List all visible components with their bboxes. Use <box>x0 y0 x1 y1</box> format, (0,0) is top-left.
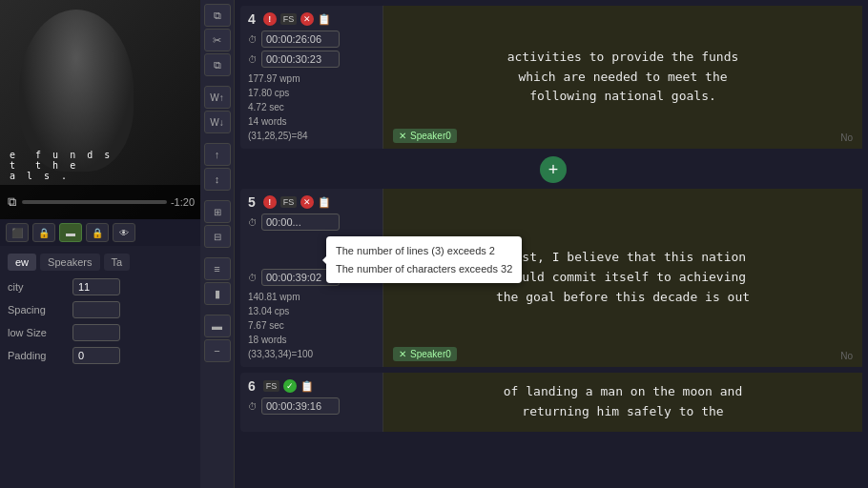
video-controls: ⧉ -1:20 <box>0 185 200 219</box>
toolbar-grid-remove-btn[interactable]: ⊟ <box>204 225 231 248</box>
toolbar-bar-btn[interactable]: ▮ <box>204 282 231 305</box>
speaker-badge-4[interactable]: ✕ Speaker0 <box>393 129 457 143</box>
speaker-x-icon-5: ✕ <box>399 349 406 359</box>
sub-left-5: 5 ! FS ✕ 📋 ⏱ The number of lines (3) exc… <box>240 189 383 367</box>
toolbar: ⧉ ✂ ⧉ W↑ W↓ ↑ ↕ ⊞ ⊟ ≡ ▮ ▬ − <box>200 0 235 488</box>
speaker-x-icon-4: ✕ <box>399 131 406 141</box>
toolbar-paste-btn[interactable]: ⧉ <box>204 53 231 76</box>
label-lowsize: low Size <box>8 327 65 338</box>
subtitle-card-5: 5 ! FS ✕ 📋 ⏱ The number of lines (3) exc… <box>240 189 862 367</box>
video-external-icon[interactable]: ⧉ <box>6 193 18 212</box>
time-end-input-4[interactable] <box>261 51 340 68</box>
main-area: 4 ! FS ✕ 📋 ⏱ ⏱ 177.97 wpm17.80 cps4.72 s… <box>235 0 868 488</box>
eye-icon-btn[interactable]: 👁 <box>113 223 135 242</box>
time-end-row-4: ⏱ <box>248 51 375 68</box>
video-figure <box>19 10 134 172</box>
input-lowsize[interactable] <box>72 324 120 341</box>
sub-number-row-6: 6 FS ✓ 📋 <box>248 378 375 394</box>
video-timeline[interactable] <box>22 200 167 204</box>
sub-number-5: 5 <box>248 194 256 210</box>
settings-panel: ew Speakers Ta city Spacing low Size Pad… <box>0 246 200 488</box>
x-icon-4[interactable]: ✕ <box>300 12 314 26</box>
clock-end-icon-4: ⏱ <box>248 54 258 65</box>
sub-stats-4: 177.97 wpm17.80 cps4.72 sec14 words(31,2… <box>248 71 375 143</box>
speaker-label-4: Speaker0 <box>410 131 451 141</box>
clock-start-icon-5: ⏱ <box>248 217 258 228</box>
input-padding[interactable] <box>72 347 120 364</box>
toolbar-up-btn[interactable]: ↑ <box>204 143 231 166</box>
toolbar-word-up-btn[interactable]: W↑ <box>204 86 231 109</box>
video-time: -1:20 <box>171 196 195 208</box>
sub-left-4: 4 ! FS ✕ 📋 ⏱ ⏱ 177.97 wpm17.80 cps4.72 s… <box>240 6 383 149</box>
tab-ew[interactable]: ew <box>8 254 36 271</box>
label-padding: Padding <box>8 350 65 361</box>
clock-start-icon-4: ⏱ <box>248 34 258 45</box>
tooltip-box-5: The number of lines (3) exceeds 2 The nu… <box>326 236 522 283</box>
clock-end-icon-5: ⏱ <box>248 273 258 283</box>
time-start-row-4: ⏱ <box>248 30 375 48</box>
time-start-row-5: ⏱ <box>248 214 375 231</box>
note-icon-5[interactable]: 📋 <box>318 196 331 209</box>
film-icon-btn[interactable]: ▬ <box>59 223 82 242</box>
fs-label-4: FS <box>280 13 298 25</box>
clock-start-icon-6: ⏱ <box>248 401 258 412</box>
toolbar-menu-btn[interactable]: ≡ <box>204 257 231 280</box>
sub-right-6: of landing a man on the moon andreturnin… <box>383 373 862 432</box>
tooltip-line-1: The number of lines (3) exceeds 2 <box>336 242 512 260</box>
sub-left-6: 6 FS ✓ 📋 ⏱ <box>240 373 383 432</box>
toolbar-cut-btn[interactable]: ✂ <box>204 29 231 51</box>
settings-row-city: city <box>8 278 193 295</box>
sub-text-4[interactable]: activities to provide the fundswhich are… <box>397 48 849 107</box>
toolbar-copy-btn[interactable]: ⧉ <box>204 4 231 27</box>
sub-number-row-5: 5 ! FS ✕ 📋 <box>248 194 375 210</box>
warn-icon-4: ! <box>263 12 277 26</box>
tooltip-line-2: The number of characters exceeds 32 <box>336 260 512 278</box>
sub-number-6: 6 <box>248 378 256 394</box>
lock2-icon-btn[interactable]: 🔒 <box>86 223 109 242</box>
toolbar-updown-btn[interactable]: ↕ <box>204 168 231 191</box>
left-panel: e f u n d s t t h e a l s . ⧉ -1:20 ⬛ 🔒 … <box>0 0 200 488</box>
speaker-label-5: Speaker0 <box>410 349 451 359</box>
toolbar-minus1-btn[interactable]: ▬ <box>204 315 231 337</box>
toolbar-minus2-btn[interactable]: − <box>204 339 231 362</box>
subtitle-card-4: 4 ! FS ✕ 📋 ⏱ ⏱ 177.97 wpm17.80 cps4.72 s… <box>240 6 862 149</box>
speaker-badge-5[interactable]: ✕ Speaker0 <box>393 347 457 361</box>
label-spacing: Spacing <box>8 304 65 315</box>
video-overlay-text: e f u n d s t t h e a l s . <box>10 150 113 181</box>
note-icon-4[interactable]: 📋 <box>318 13 331 26</box>
subtitle-card-6: 6 FS ✓ 📋 ⏱ of landing a man on the moon … <box>240 373 862 432</box>
warn-icon-5: ! <box>263 195 277 209</box>
time-start-input-6[interactable] <box>261 397 340 415</box>
toolbar-grid-add-btn[interactable]: ⊞ <box>204 200 231 223</box>
add-subtitle-btn-4[interactable]: + <box>540 156 567 183</box>
tab-speakers[interactable]: Speakers <box>40 254 99 271</box>
label-city: city <box>8 281 65 293</box>
no-label-5: No <box>840 351 853 361</box>
settings-row-padding: Padding <box>8 347 193 364</box>
time-start-input-5[interactable] <box>261 214 340 231</box>
no-label-4: No <box>840 132 853 143</box>
input-city[interactable] <box>72 278 120 295</box>
sub-number-4: 4 <box>248 11 256 27</box>
settings-tabs: ew Speakers Ta <box>8 254 193 271</box>
fs-label-5: FS <box>280 196 298 208</box>
input-spacing[interactable] <box>72 301 120 318</box>
sub-right-4: activities to provide the fundswhich are… <box>383 6 862 149</box>
video-icons-row: ⬛ 🔒 ▬ 🔒 👁 <box>0 219 200 246</box>
tab-ta[interactable]: Ta <box>104 254 131 271</box>
sub-stats-5: 140.81 wpm13.04 cps7.67 sec18 words(33,3… <box>248 290 375 361</box>
note-icon-6[interactable]: 📋 <box>300 380 314 393</box>
toolbar-word-down-btn[interactable]: W↓ <box>204 111 231 133</box>
sub-number-row-4: 4 ! FS ✕ 📋 <box>248 11 375 27</box>
time-start-row-6: ⏱ <box>248 397 375 415</box>
video-area: e f u n d s t t h e a l s . ⧉ -1:20 <box>0 0 200 219</box>
fs-label-6: FS <box>263 380 280 392</box>
check-icon-6: ✓ <box>283 379 297 393</box>
monitor-icon-btn[interactable]: ⬛ <box>6 223 29 242</box>
settings-row-lowsize: low Size <box>8 324 193 341</box>
settings-row-spacing: Spacing <box>8 301 193 318</box>
x-icon-5[interactable]: ✕ <box>300 195 314 209</box>
sub-text-6[interactable]: of landing a man on the moon andreturnin… <box>397 382 849 422</box>
time-start-input-4[interactable] <box>261 30 340 48</box>
lock-icon-btn[interactable]: 🔒 <box>32 223 55 242</box>
